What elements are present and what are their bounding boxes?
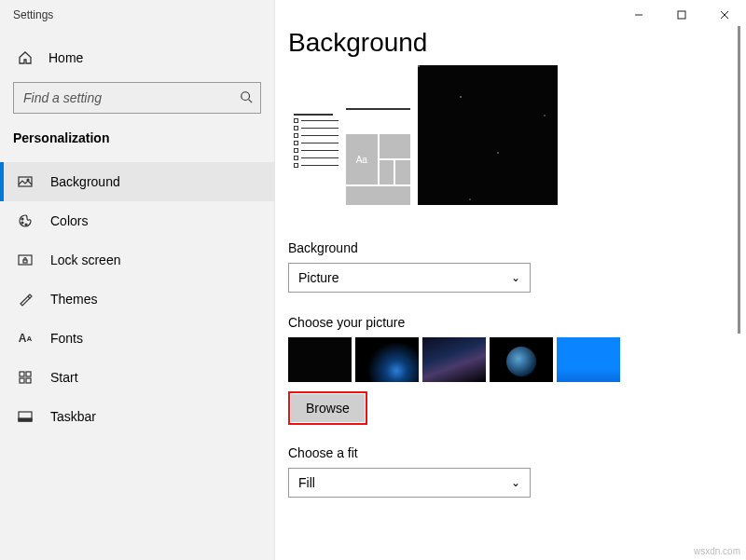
search-input[interactable] [23,90,229,105]
chevron-down-icon: ⌄ [511,476,520,489]
svg-point-3 [21,218,23,220]
window-title: Settings [0,0,274,30]
picture-thumbs [288,337,718,382]
chevron-down-icon: ⌄ [511,271,520,284]
home-label: Home [48,50,83,65]
svg-rect-11 [26,378,31,383]
fit-dropdown[interactable]: Fill ⌄ [288,468,531,498]
lockscreen-icon [17,253,34,267]
palette-icon [17,213,34,228]
maximize-button[interactable] [660,0,703,30]
svg-rect-7 [23,260,27,263]
picture-thumb[interactable] [422,337,486,382]
sidebar-item-lockscreen[interactable]: Lock screen [0,240,274,280]
background-label: Background [288,240,718,255]
sidebar-item-start[interactable]: Start [0,358,274,397]
search-icon [240,90,253,106]
svg-point-4 [21,222,23,224]
main-content: Background Aa [275,0,746,560]
picture-thumb[interactable] [355,337,419,382]
start-icon [17,371,34,384]
svg-rect-10 [20,378,24,383]
home-nav[interactable]: Home [0,39,274,76]
sidebar-item-taskbar[interactable]: Taskbar [0,397,274,436]
taskbar-icon [17,409,34,424]
nav-list: Background Colors Lock screen Themes [0,162,274,436]
watermark: wsxdn.com [694,546,740,556]
sidebar: Settings Home Personalization [0,0,275,560]
dropdown-value: Picture [298,270,339,285]
sidebar-item-colors[interactable]: Colors [0,201,274,240]
sidebar-item-label: Background [50,174,120,189]
sidebar-item-fonts[interactable]: AA Fonts [0,319,274,358]
choose-picture-label: Choose your picture [288,315,718,330]
sidebar-item-label: Fonts [50,331,83,346]
sidebar-item-label: Start [50,370,78,385]
page-title: Background [288,28,718,58]
svg-point-0 [242,91,250,100]
svg-rect-13 [19,418,32,421]
preview-tile-aa: Aa [346,134,378,184]
dropdown-value: Fill [298,475,315,490]
browse-button[interactable]: Browse [291,394,365,422]
svg-point-5 [25,224,27,225]
picture-icon [17,174,34,189]
sidebar-item-background[interactable]: Background [0,162,274,201]
app-title: Settings [13,8,53,21]
search-input-wrap[interactable] [13,82,261,114]
picture-thumb[interactable] [490,337,553,382]
fonts-icon: AA [17,332,34,345]
category-title: Personalization [0,114,274,155]
scrollbar[interactable] [738,26,740,334]
sidebar-item-label: Colors [50,213,88,228]
svg-rect-9 [26,372,31,376]
svg-rect-1 [19,177,32,186]
choose-fit-label: Choose a fit [288,445,718,460]
sidebar-item-label: Lock screen [50,253,120,267]
preview-wallpaper [418,65,558,205]
home-icon [17,50,34,65]
desktop-preview: Aa [288,75,718,205]
sidebar-item-label: Themes [50,292,98,307]
svg-rect-14 [678,11,685,19]
browse-highlight: Browse [288,391,367,425]
sidebar-item-themes[interactable]: Themes [0,280,274,319]
background-dropdown[interactable]: Picture ⌄ [288,263,531,293]
svg-rect-8 [20,372,24,376]
themes-icon [17,292,34,307]
svg-point-2 [27,179,29,181]
picture-thumb[interactable] [288,337,352,382]
minimize-button[interactable] [617,0,660,30]
sidebar-item-label: Taskbar [50,409,96,424]
picture-thumb[interactable] [557,337,620,382]
